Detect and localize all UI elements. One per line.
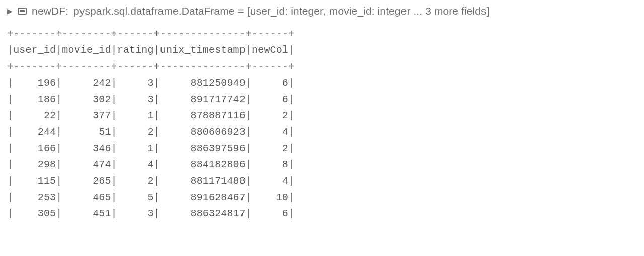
variable-name: newDF: bbox=[32, 5, 68, 17]
variable-type: pyspark.sql.dataframe.DataFrame = [user_… bbox=[73, 5, 490, 17]
dataframe-header: ▶ newDF: pyspark.sql.dataframe.DataFrame… bbox=[7, 5, 644, 17]
expand-toggle-icon[interactable]: ▶ bbox=[7, 7, 13, 15]
dataframe-output: +-------+--------+------+--------------+… bbox=[7, 26, 644, 222]
dataframe-icon bbox=[18, 8, 27, 15]
